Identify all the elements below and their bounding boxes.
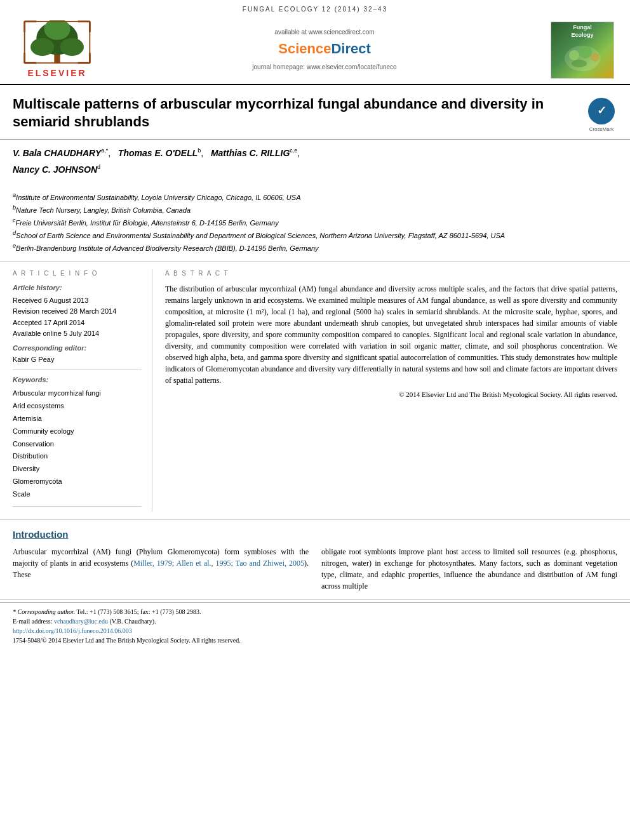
- svg-point-18: [572, 60, 587, 67]
- elsevier-text: ELSEVIER: [27, 67, 86, 80]
- affiliations: aInstitute of Environmental Sustainabili…: [0, 186, 630, 262]
- article-info-heading: A R T I C L E I N F O: [13, 269, 142, 278]
- keyword-artemisia: Artemisia: [13, 413, 142, 425]
- main-title: Multiscale patterns of arbuscular mycorr…: [13, 95, 586, 131]
- keyword-amf: Arbuscular mycorrhizal fungi: [13, 387, 142, 400]
- author-chaudhary: V. Bala CHAUDHARY: [13, 148, 101, 158]
- journal-logo-img: Fungal Ecology: [551, 22, 614, 79]
- journal-homepage: journal homepage: www.elsevier.com/locat…: [102, 63, 547, 72]
- accepted: Accepted 17 April 2014: [13, 318, 142, 328]
- revised: Revision received 28 March 2014: [13, 307, 142, 316]
- intro-col-1: Arbuscular mycorrhizal (AM) fungi (Phylu…: [13, 546, 309, 592]
- sup-d: d: [97, 164, 100, 171]
- footnotes: * Corresponding author. Tel.: +1 (773) 5…: [0, 603, 630, 649]
- authors-section: V. Bala CHAUDHARYa,*, Thomas E. O'DELLb,…: [0, 140, 630, 186]
- author-rillig: Matthias C. RILLIG: [211, 148, 290, 158]
- affil-c: cFreie Universität Berlin, Institut für …: [13, 217, 617, 228]
- footnote-doi: http://dx.doi.org/10.1016/j.funeco.2014.…: [13, 626, 617, 636]
- sup-a-star: a,*: [101, 147, 108, 154]
- svg-point-2: [30, 38, 54, 56]
- footnote-email: E-mail address: vchaudhary@luc.edu (V.B.…: [13, 617, 617, 626]
- keyword-arid: Arid ecosystems: [13, 400, 142, 413]
- journal-header: FUNGAL ECOLOGY 12 (2014) 32–43: [0, 0, 630, 17]
- affil-b: bNature Tech Nursery, Langley, British C…: [13, 204, 617, 215]
- divider-1: [13, 370, 142, 370]
- history-label: Article history:: [13, 283, 142, 293]
- intro-col-2: obligate root symbionts improve plant ho…: [321, 546, 617, 592]
- keyword-glomeromycota: Glomeromycota: [13, 476, 142, 488]
- logo-bar: ELSEVIER available at www.sciencedirect.…: [0, 17, 630, 85]
- intro-section: Introduction Arbuscular mycorrhizal (AM)…: [0, 520, 630, 600]
- journal-header-text: FUNGAL ECOLOGY 12 (2014) 32–43: [243, 6, 387, 13]
- intro-heading: Introduction: [13, 528, 617, 541]
- received: Received 6 August 2013: [13, 296, 142, 305]
- article-info-abstract: A R T I C L E I N F O Article history: R…: [0, 262, 630, 519]
- sciencedirect-logo: ScienceDirect: [102, 39, 547, 59]
- crossmark: ✓ CrossMark: [586, 98, 617, 133]
- available-text: available at www.sciencedirect.com: [102, 28, 547, 37]
- author-johnson: Nancy C. JOHNSON: [13, 164, 97, 175]
- keyword-conservation: Conservation: [13, 438, 142, 451]
- divider-2: [13, 506, 142, 507]
- intro-two-col: Arbuscular mycorrhizal (AM) fungi (Phylu…: [13, 546, 617, 592]
- sup-ce: c,e: [290, 147, 297, 154]
- svg-point-3: [60, 38, 84, 56]
- center-links: available at www.sciencedirect.com Scien…: [102, 28, 547, 72]
- available-online: Available online 5 July 2014: [13, 329, 142, 338]
- corr-editor-name: Kabir G Peay: [13, 355, 142, 364]
- svg-point-17: [591, 53, 600, 62]
- keyword-community-ecology: Community ecology: [13, 425, 142, 438]
- svg-point-15: [569, 50, 579, 60]
- authors-line-1: V. Bala CHAUDHARYa,*, Thomas E. O'DELLb,…: [13, 146, 617, 160]
- corr-editor-label: Corresponding editor:: [13, 343, 142, 353]
- email-link[interactable]: vchaudhary@luc.edu: [54, 618, 108, 625]
- svg-point-16: [579, 46, 592, 58]
- authors-line-2: Nancy C. JOHNSONd: [13, 163, 617, 177]
- keywords-label: Keywords:: [13, 375, 142, 385]
- elsevier-logo: ELSEVIER: [13, 20, 102, 80]
- abstract-heading: A B S T R A C T: [165, 269, 617, 278]
- keyword-scale: Scale: [13, 488, 142, 501]
- affil-e: eBerlin-Brandenburg Institute of Advance…: [13, 242, 617, 253]
- affil-a: aInstitute of Environmental Sustainabili…: [13, 191, 617, 203]
- keyword-distribution: Distribution: [13, 450, 142, 463]
- abstract-text: The distribution of arbuscular mycorrhiz…: [165, 283, 617, 386]
- doi-link[interactable]: http://dx.doi.org/10.1016/j.funeco.2014.…: [13, 627, 132, 634]
- right-col: A B S T R A C T The distribution of arbu…: [165, 269, 617, 511]
- footnote-star: * Corresponding author. Tel.: +1 (773) 5…: [13, 607, 617, 617]
- footnote-issn: 1754-5048/© 2014 Elsevier Ltd and The Br…: [13, 636, 617, 645]
- keyword-diversity: Diversity: [13, 463, 142, 476]
- title-section: Multiscale patterns of arbuscular mycorr…: [0, 85, 630, 140]
- sup-b: b: [198, 147, 201, 154]
- elsevier-tree-icon: [19, 20, 95, 65]
- abstract-copyright: © 2014 Elsevier Ltd and The British Myco…: [165, 390, 617, 399]
- ref-miller: Miller, 1979; Allen et al., 1995; Tao an…: [133, 559, 304, 568]
- author-odell: Thomas E. O'DELL: [118, 148, 198, 158]
- journal-cover-icon: [560, 39, 605, 74]
- left-col: A R T I C L E I N F O Article history: R…: [13, 269, 152, 511]
- crossmark-label: CrossMark: [589, 126, 614, 133]
- affil-d: dSchool of Earth Science and Environment…: [13, 229, 617, 241]
- journal-logo-box: Fungal Ecology: [547, 22, 617, 79]
- crossmark-icon: ✓: [588, 98, 615, 124]
- keywords-list: Arbuscular mycorrhizal fungi Arid ecosys…: [13, 387, 142, 500]
- page-wrapper: FUNGAL ECOLOGY 12 (2014) 32–43: [0, 0, 630, 840]
